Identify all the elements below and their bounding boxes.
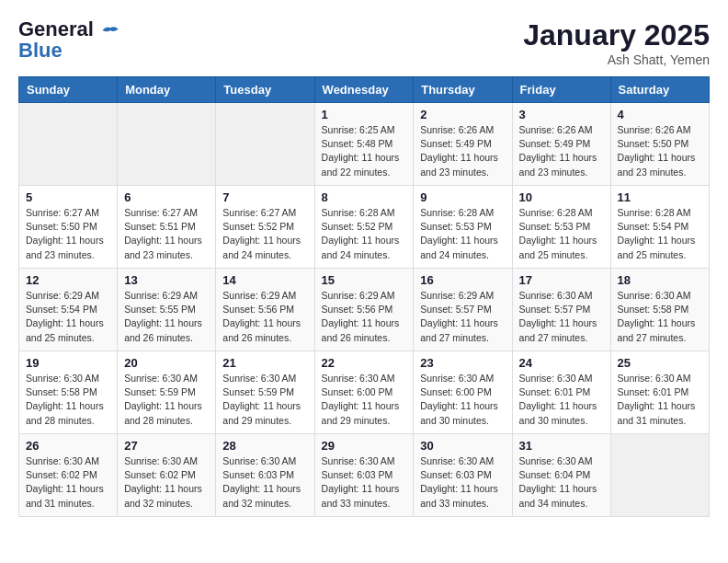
calendar-cell: 27Sunrise: 6:30 AMSunset: 6:02 PMDayligh…: [118, 434, 216, 517]
calendar-cell: 9Sunrise: 6:28 AMSunset: 5:53 PMDaylight…: [414, 186, 512, 269]
day-of-week-header: Sunday: [19, 77, 118, 103]
day-info: Sunrise: 6:30 AMSunset: 6:03 PMDaylight:…: [322, 454, 407, 511]
day-info: Sunrise: 6:30 AMSunset: 6:01 PMDaylight:…: [519, 372, 604, 428]
day-number: 1: [322, 108, 407, 121]
day-info: Sunrise: 6:28 AMSunset: 5:54 PMDaylight:…: [618, 206, 702, 262]
day-info: Sunrise: 6:29 AMSunset: 5:57 PMDaylight:…: [420, 289, 505, 345]
calendar-week-row: 1Sunrise: 6:25 AMSunset: 5:48 PMDaylight…: [19, 103, 710, 186]
day-number: 22: [322, 356, 407, 370]
calendar-header-row: SundayMondayTuesdayWednesdayThursdayFrid…: [19, 77, 710, 103]
day-number: 26: [26, 439, 110, 453]
logo-text: General: [18, 18, 119, 40]
day-number: 11: [618, 190, 702, 204]
calendar-cell: [216, 103, 314, 186]
day-info: Sunrise: 6:25 AMSunset: 5:48 PMDaylight:…: [322, 123, 407, 179]
day-number: 21: [222, 356, 307, 370]
day-of-week-header: Saturday: [610, 77, 709, 103]
day-info: Sunrise: 6:28 AMSunset: 5:53 PMDaylight:…: [519, 206, 604, 262]
day-number: 18: [618, 273, 702, 287]
calendar-cell: 12Sunrise: 6:29 AMSunset: 5:54 PMDayligh…: [19, 269, 118, 351]
day-info: Sunrise: 6:26 AMSunset: 5:50 PMDaylight:…: [618, 123, 702, 179]
calendar-cell: 28Sunrise: 6:30 AMSunset: 6:03 PMDayligh…: [216, 434, 314, 517]
day-info: Sunrise: 6:30 AMSunset: 6:01 PMDaylight:…: [618, 372, 702, 428]
day-number: 7: [222, 190, 307, 204]
calendar-cell: 13Sunrise: 6:29 AMSunset: 5:55 PMDayligh…: [118, 269, 216, 351]
day-info: Sunrise: 6:27 AMSunset: 5:50 PMDaylight:…: [26, 206, 110, 262]
calendar-cell: 7Sunrise: 6:27 AMSunset: 5:52 PMDaylight…: [216, 186, 314, 269]
day-number: 4: [618, 108, 702, 121]
day-number: 2: [420, 108, 505, 121]
calendar-cell: 11Sunrise: 6:28 AMSunset: 5:54 PMDayligh…: [610, 186, 709, 269]
calendar-cell: 23Sunrise: 6:30 AMSunset: 6:00 PMDayligh…: [414, 351, 512, 434]
day-number: 28: [222, 439, 307, 453]
day-number: 6: [124, 190, 209, 204]
day-info: Sunrise: 6:29 AMSunset: 5:55 PMDaylight:…: [124, 289, 209, 345]
calendar-cell: 29Sunrise: 6:30 AMSunset: 6:03 PMDayligh…: [314, 434, 414, 517]
day-of-week-header: Tuesday: [216, 77, 314, 103]
calendar-cell: 26Sunrise: 6:30 AMSunset: 6:02 PMDayligh…: [19, 434, 118, 517]
day-info: Sunrise: 6:30 AMSunset: 5:59 PMDaylight:…: [222, 372, 307, 428]
calendar-cell: 30Sunrise: 6:30 AMSunset: 6:03 PMDayligh…: [414, 434, 512, 517]
day-number: 8: [322, 190, 407, 204]
day-number: 16: [420, 273, 505, 287]
calendar-cell: 31Sunrise: 6:30 AMSunset: 6:04 PMDayligh…: [512, 434, 610, 517]
calendar-cell: 20Sunrise: 6:30 AMSunset: 5:59 PMDayligh…: [118, 351, 216, 434]
day-info: Sunrise: 6:29 AMSunset: 5:56 PMDaylight:…: [222, 289, 307, 345]
day-number: 14: [222, 273, 307, 287]
calendar-week-row: 26Sunrise: 6:30 AMSunset: 6:02 PMDayligh…: [19, 434, 710, 517]
calendar-week-row: 19Sunrise: 6:30 AMSunset: 5:58 PMDayligh…: [19, 351, 710, 434]
title-block: January 2025 Ash Shatt, Yemen: [523, 18, 710, 67]
calendar-cell: [19, 103, 118, 186]
calendar-cell: 14Sunrise: 6:29 AMSunset: 5:56 PMDayligh…: [216, 269, 314, 351]
day-of-week-header: Thursday: [414, 77, 512, 103]
calendar-cell: 1Sunrise: 6:25 AMSunset: 5:48 PMDaylight…: [314, 103, 414, 186]
calendar-cell: 25Sunrise: 6:30 AMSunset: 6:01 PMDayligh…: [610, 351, 709, 434]
month-title: January 2025: [523, 18, 710, 52]
day-number: 20: [124, 356, 209, 370]
day-info: Sunrise: 6:30 AMSunset: 5:59 PMDaylight:…: [124, 372, 209, 428]
day-number: 23: [420, 356, 505, 370]
day-number: 9: [420, 190, 505, 204]
day-info: Sunrise: 6:30 AMSunset: 6:03 PMDaylight:…: [420, 454, 505, 511]
day-info: Sunrise: 6:30 AMSunset: 6:00 PMDaylight:…: [322, 372, 407, 428]
day-number: 27: [124, 439, 209, 453]
day-info: Sunrise: 6:28 AMSunset: 5:53 PMDaylight:…: [420, 206, 505, 262]
day-number: 5: [26, 190, 110, 204]
logo-bird-icon: [101, 24, 119, 37]
calendar-cell: 5Sunrise: 6:27 AMSunset: 5:50 PMDaylight…: [19, 186, 118, 269]
day-info: Sunrise: 6:27 AMSunset: 5:52 PMDaylight:…: [222, 206, 307, 262]
calendar-cell: 24Sunrise: 6:30 AMSunset: 6:01 PMDayligh…: [512, 351, 610, 434]
day-info: Sunrise: 6:30 AMSunset: 6:03 PMDaylight:…: [222, 454, 307, 511]
day-number: 17: [519, 273, 604, 287]
day-number: 31: [519, 439, 604, 453]
day-number: 30: [420, 439, 505, 453]
calendar-cell: [610, 434, 709, 517]
day-info: Sunrise: 6:30 AMSunset: 6:02 PMDaylight:…: [124, 454, 209, 511]
day-number: 15: [322, 273, 407, 287]
day-info: Sunrise: 6:26 AMSunset: 5:49 PMDaylight:…: [519, 123, 604, 179]
calendar-cell: 21Sunrise: 6:30 AMSunset: 5:59 PMDayligh…: [216, 351, 314, 434]
calendar-table: SundayMondayTuesdayWednesdayThursdayFrid…: [18, 76, 710, 517]
day-number: 13: [124, 273, 209, 287]
day-number: 3: [519, 108, 604, 121]
calendar-cell: 4Sunrise: 6:26 AMSunset: 5:50 PMDaylight…: [610, 103, 709, 186]
calendar-cell: 15Sunrise: 6:29 AMSunset: 5:56 PMDayligh…: [314, 269, 414, 351]
day-info: Sunrise: 6:30 AMSunset: 5:57 PMDaylight:…: [519, 289, 604, 345]
day-info: Sunrise: 6:28 AMSunset: 5:52 PMDaylight:…: [322, 206, 407, 262]
logo-blue: Blue: [18, 39, 63, 63]
calendar-cell: 3Sunrise: 6:26 AMSunset: 5:49 PMDaylight…: [512, 103, 610, 186]
calendar-cell: 17Sunrise: 6:30 AMSunset: 5:57 PMDayligh…: [512, 269, 610, 351]
day-number: 12: [26, 273, 110, 287]
calendar-cell: 8Sunrise: 6:28 AMSunset: 5:52 PMDaylight…: [314, 186, 414, 269]
day-info: Sunrise: 6:27 AMSunset: 5:51 PMDaylight:…: [124, 206, 209, 262]
day-info: Sunrise: 6:30 AMSunset: 6:04 PMDaylight:…: [519, 454, 604, 511]
day-number: 25: [618, 356, 702, 370]
day-of-week-header: Friday: [512, 77, 610, 103]
day-number: 10: [519, 190, 604, 204]
day-number: 29: [322, 439, 407, 453]
day-of-week-header: Wednesday: [314, 77, 414, 103]
page-header: General Blue January 2025 Ash Shatt, Yem…: [18, 18, 710, 67]
logo: General Blue: [18, 18, 119, 63]
day-of-week-header: Monday: [118, 77, 216, 103]
day-info: Sunrise: 6:30 AMSunset: 5:58 PMDaylight:…: [618, 289, 702, 345]
